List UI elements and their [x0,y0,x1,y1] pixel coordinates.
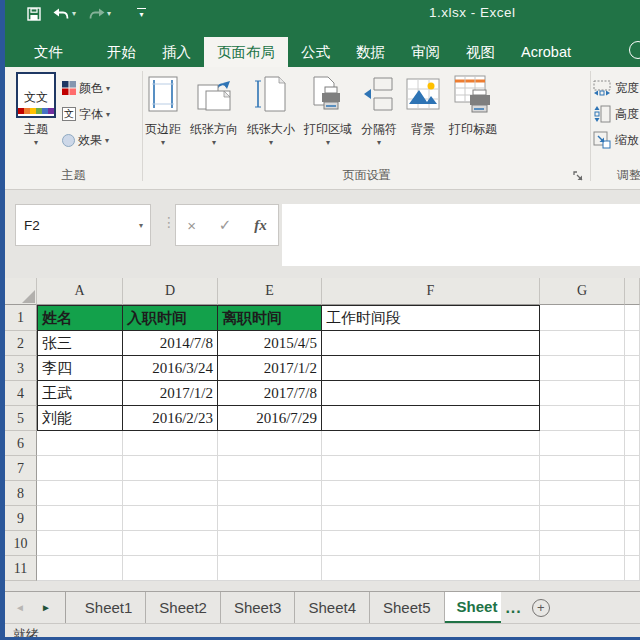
cell[interactable] [625,331,640,356]
cell[interactable] [625,356,640,381]
cell[interactable] [37,431,123,456]
cell[interactable] [218,481,322,506]
cell[interactable] [625,381,640,406]
cell-D4[interactable]: 2017/1/2 [123,381,218,406]
cell-F4[interactable] [322,381,540,406]
cell[interactable] [218,531,322,556]
redo-button[interactable]: ▾ [88,7,111,20]
cell[interactable] [625,305,640,331]
row-header-5[interactable]: 5 [5,406,37,431]
cell-G2[interactable] [540,331,625,356]
cell[interactable] [322,456,540,481]
cell-E2[interactable]: 2015/4/5 [218,331,322,356]
sheet-tab-sheet4[interactable]: Sheet4 [295,592,370,623]
enter-icon[interactable]: ✓ [219,216,232,234]
row-header-2[interactable]: 2 [5,331,37,356]
cell-D2[interactable]: 2014/7/8 [123,331,218,356]
paper-size-button[interactable]: 纸张大小 ▾ [247,70,295,147]
cell-G1[interactable] [540,305,625,331]
cell[interactable] [625,531,640,556]
page-setup-dialog-launcher[interactable] [573,171,584,182]
cell[interactable] [540,506,625,531]
cell[interactable] [540,481,625,506]
formula-bar-resize-handle[interactable]: ⋮ [162,214,176,230]
cell[interactable] [625,556,640,581]
cell-F3[interactable] [322,356,540,381]
select-all-corner[interactable] [5,278,37,305]
cell-A3[interactable]: 李四 [37,356,123,381]
formula-input[interactable] [282,204,640,266]
cell[interactable] [123,531,218,556]
print-area-button[interactable]: 打印区域 ▾ [304,70,352,147]
cell[interactable] [540,456,625,481]
cell[interactable] [625,506,640,531]
cell-G5[interactable] [540,406,625,431]
column-header-G[interactable]: G [540,278,625,305]
cell[interactable] [37,481,123,506]
cell[interactable] [540,556,625,581]
cell[interactable] [123,556,218,581]
insert-function-icon[interactable]: fx [254,217,267,234]
row-header-7[interactable]: 7 [5,456,37,481]
sheet-tab-sheet5[interactable]: Sheet5 [370,592,445,623]
cell-F5[interactable] [322,406,540,431]
cell[interactable] [123,481,218,506]
fit-height-button[interactable]: 高度 [593,101,639,127]
cell[interactable] [322,531,540,556]
cell[interactable] [322,556,540,581]
cell[interactable] [322,431,540,456]
row-header-3[interactable]: 3 [5,356,37,381]
cell-F1[interactable]: 工作时间段 [322,305,540,331]
row-header-11[interactable]: 11 [5,556,37,581]
column-header-D[interactable]: D [123,278,218,305]
cell[interactable] [625,406,640,431]
cell[interactable] [218,456,322,481]
row-header-6[interactable]: 6 [5,431,37,456]
cell[interactable] [37,556,123,581]
column-header-E[interactable]: E [218,278,322,305]
cell[interactable] [123,506,218,531]
background-button[interactable]: 背景 [406,70,440,138]
chevron-down-icon[interactable]: ▾ [139,221,143,230]
cell[interactable] [123,456,218,481]
cell[interactable] [540,431,625,456]
tab-view[interactable]: 视图 [453,37,508,67]
cell-E1[interactable]: 离职时间 [218,305,322,331]
theme-fonts-button[interactable]: 文 字体 ▾ [62,101,110,127]
breaks-button[interactable]: 分隔符 ▾ [361,70,397,147]
cell[interactable] [123,431,218,456]
cell-G3[interactable] [540,356,625,381]
cell-D5[interactable]: 2016/2/23 [123,406,218,431]
theme-colors-button[interactable]: 颜色 ▾ [62,75,110,101]
column-header-partial[interactable] [625,278,640,305]
theme-effects-button[interactable]: 效果 ▾ [62,127,110,153]
next-sheet-icon[interactable]: ► [41,602,51,613]
cell-A1[interactable]: 姓名 [37,305,123,331]
row-header-8[interactable]: 8 [5,481,37,506]
cell-A5[interactable]: 刘能 [37,406,123,431]
sheet-tab-sheet1[interactable]: Sheet1 [72,592,147,623]
sheet-tab-active[interactable]: Sheet [445,592,502,623]
tab-file[interactable]: 文件 [21,37,76,67]
tab-acrobat[interactable]: Acrobat [508,37,584,67]
cell-E4[interactable]: 2017/7/8 [218,381,322,406]
tell-me-icon[interactable] [629,41,640,59]
fit-width-button[interactable]: 宽度 [593,75,639,101]
print-titles-button[interactable]: 打印标题 [449,70,497,138]
cell[interactable] [37,456,123,481]
margins-button[interactable]: 页边距 ▾ [145,70,181,147]
cell[interactable] [625,481,640,506]
cell[interactable] [322,506,540,531]
cell[interactable] [322,481,540,506]
row-header-9[interactable]: 9 [5,506,37,531]
tab-home[interactable]: 开始 [94,37,149,67]
undo-button[interactable]: ▾ [53,7,76,20]
cell[interactable] [625,456,640,481]
tab-formulas[interactable]: 公式 [288,37,343,67]
row-header-10[interactable]: 10 [5,531,37,556]
themes-button[interactable]: 文文 主题 ▾ [12,72,60,147]
cell-A4[interactable]: 王武 [37,381,123,406]
orientation-button[interactable]: 纸张方向 ▾ [190,70,238,147]
cell[interactable] [218,431,322,456]
cell[interactable] [37,531,123,556]
